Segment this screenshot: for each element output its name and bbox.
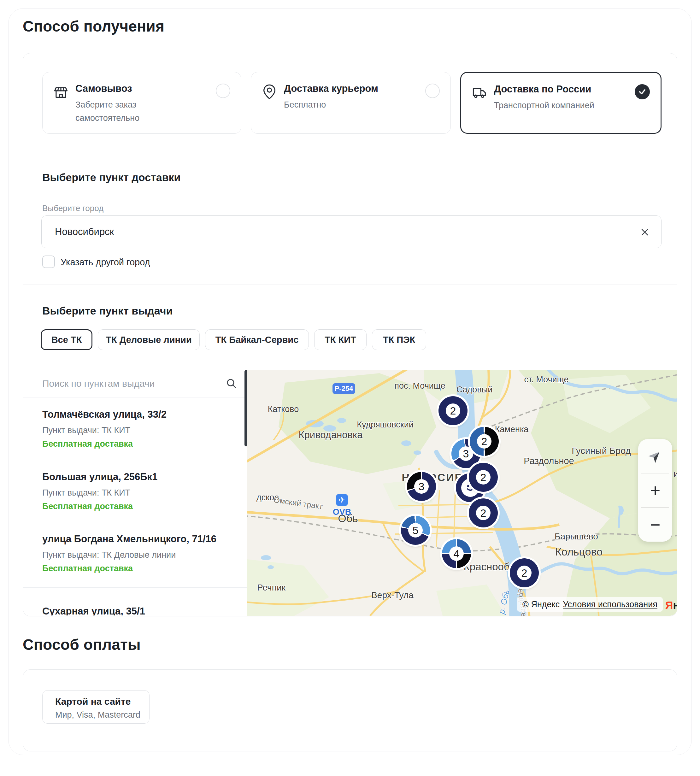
airport-icon: ✈ [336, 494, 348, 506]
cluster-marker[interactable]: 4 [442, 539, 471, 568]
page-title: Способ получения [23, 18, 164, 35]
cluster-count: 5 [408, 523, 423, 538]
cluster-marker[interactable]: 2 [510, 558, 539, 587]
delivery-method-title: Доставка курьером [284, 83, 378, 94]
map-copyright: © Яндекс [522, 599, 560, 609]
clear-city-icon[interactable] [640, 227, 650, 237]
map-label: Речник [257, 583, 285, 593]
map-label: Каменка [495, 425, 529, 435]
filter-chip-1[interactable]: Все ТК [41, 329, 92, 350]
cluster-count: 2 [476, 470, 490, 485]
filter-chip-2[interactable]: ТК Деловые линии [98, 329, 200, 350]
checkout-page: Способ получения СамовывозЗаберите заказ… [0, 0, 700, 776]
cluster-count: 2 [477, 434, 492, 449]
cluster-marker[interactable]: 3 [407, 472, 436, 501]
other-city-checkbox[interactable] [42, 255, 55, 268]
cluster-marker[interactable]: 2 [469, 463, 498, 492]
list-divider [23, 525, 247, 525]
other-city-label: Указать другой город [60, 257, 150, 268]
map-label: пос. Мочище [394, 381, 445, 391]
map-label: Кудряшовский [357, 420, 413, 430]
cluster-marker[interactable]: 5 [401, 516, 430, 545]
map-attribution: © Яндекс Условия использования [517, 597, 663, 612]
cluster-marker[interactable]: 2 [470, 427, 499, 456]
selected-check-icon [635, 84, 650, 99]
point-address: Толмачёвская улица, 33/2 [42, 409, 167, 420]
map-controls: + − [638, 439, 672, 541]
point-address: улица Богдана Хмельницкого, 71/16 [42, 533, 217, 545]
point-company: Пункт выдачи: ТК Деловые линии [42, 550, 176, 560]
map-label: Верх-Тула [371, 590, 413, 600]
payment-method-title: Картой на сайте [55, 696, 131, 707]
delivery-method-3[interactable]: Доставка по РоссииТранспортной компанией [460, 72, 662, 134]
point-delivery-note: Бесплатная доставка [42, 564, 133, 573]
yandex-map[interactable]: пос. Мочищест. МочищеСадовыйКатковоКудря… [247, 370, 677, 616]
delivery-method-subtitle: Заберите заказ самостоятельно [75, 98, 140, 125]
pickup-point-list: Поиск по пунктам выдачи Толмачёвская ули… [23, 370, 247, 615]
delivery-method-title: Доставка по России [494, 83, 591, 95]
city-input-value: Новосибирск [55, 226, 114, 238]
section-divider [23, 285, 677, 285]
delivery-method-subtitle: Транспортной компанией [494, 99, 594, 112]
delivery-method-1[interactable]: СамовывозЗаберите заказ самостоятельно [42, 72, 241, 134]
city-input-label: Выберите город [42, 203, 103, 213]
pickup-search-input[interactable]: Поиск по пунктам выдачи [42, 378, 155, 389]
filter-chip-4[interactable]: ТК КИТ [314, 329, 367, 350]
cluster-marker[interactable]: 2 [469, 498, 498, 528]
delivery-method-title: Самовывоз [75, 83, 132, 94]
map-label: Садовый [457, 385, 492, 395]
geolocation-arrow-icon [648, 449, 662, 463]
list-divider [23, 397, 247, 398]
yandex-logo[interactable]: Яндекс [665, 599, 677, 611]
truck-icon [471, 84, 488, 101]
map-label: ст. Мочище [524, 375, 568, 385]
cluster-count: 3 [459, 446, 473, 461]
map-label: Криводановка [299, 429, 363, 441]
pickup-section-heading: Выберите пункт выдачи [42, 305, 173, 317]
radio-icon[interactable] [425, 83, 440, 98]
road-badge: Р-254 [332, 383, 355, 394]
cluster-count: 2 [446, 403, 460, 418]
list-divider [23, 587, 247, 588]
point-address: Большая улица, 256Бк1 [42, 471, 157, 483]
pin-icon [261, 83, 278, 100]
point-company: Пункт выдачи: ТК КИТ [42, 488, 130, 498]
map-label: Барышево [555, 531, 598, 541]
delivery-method-subtitle: Бесплатно [284, 98, 326, 112]
cluster-count: 3 [414, 479, 429, 494]
map-label: Раздольное [524, 456, 574, 466]
point-delivery-note: Бесплатная доставка [42, 439, 133, 449]
city-section-heading: Выберите пункт доставки [42, 171, 180, 183]
terms-link[interactable]: Условия использования [563, 599, 657, 609]
cluster-marker[interactable]: 2 [438, 396, 468, 425]
search-icon[interactable] [226, 378, 237, 389]
map-label: Гусиный Брод [572, 446, 631, 456]
zoom-in-button[interactable]: + [638, 473, 672, 507]
radio-icon[interactable] [216, 83, 230, 98]
zoom-out-button[interactable]: − [638, 508, 672, 541]
delivery-method-2[interactable]: Доставка курьеромБесплатно [251, 72, 451, 134]
list-divider [23, 463, 247, 463]
map-label: ин [673, 470, 677, 479]
store-icon [53, 83, 69, 100]
point-company: Пункт выдачи: ТК КИТ [42, 426, 130, 435]
point-delivery-note: Бесплатная доставка [42, 501, 133, 511]
airport-code-label: OVB [333, 507, 352, 517]
city-input[interactable]: Новосибирск [41, 215, 662, 248]
map-label: Кольцово [555, 546, 603, 558]
cluster-count: 4 [449, 546, 464, 561]
payment-method-subtitle: Мир, Visa, Mastercard [55, 710, 140, 720]
payment-title: Способ оплаты [23, 636, 141, 653]
section-divider [23, 153, 677, 153]
point-address: Сухарная улица, 35/1 [42, 606, 145, 615]
filter-chip-5[interactable]: ТК ПЭК [372, 329, 426, 350]
cluster-count: 2 [476, 506, 490, 520]
cluster-count: 2 [517, 566, 532, 580]
payment-method-card[interactable]: Картой на сайте Мир, Visa, Mastercard [42, 690, 150, 724]
filter-chip-3[interactable]: ТК Байкал-Сервис [205, 329, 309, 350]
list-scrollbar[interactable] [245, 370, 247, 446]
geolocation-button[interactable] [638, 439, 672, 473]
map-label: Катково [268, 405, 299, 414]
